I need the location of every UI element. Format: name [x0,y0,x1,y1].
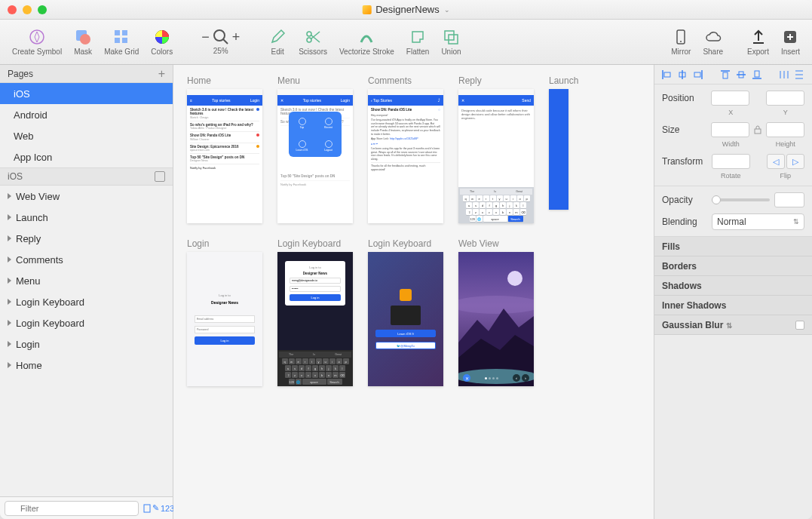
layer-reply[interactable]: Reply [0,228,173,249]
svg-rect-5 [115,38,120,43]
share-button[interactable]: Share [698,25,728,59]
add-page-button[interactable]: + [158,67,165,81]
layer-login-keyboard-1[interactable]: Login Keyboard [0,291,173,312]
layer-comments[interactable]: Comments [0,249,173,270]
layer-home[interactable]: Home [0,355,173,376]
artboard-home[interactable]: ≡Top storiesLogin Sketch 3.6 is out now … [187,89,262,223]
zoom-in-button[interactable]: + [232,29,241,45]
colors-button[interactable]: Colors [146,25,177,59]
svg-rect-26 [144,505,150,512]
disclosure-icon [8,299,11,305]
filter-count[interactable]: ✎ 123 [143,503,174,513]
blur-checkbox[interactable] [795,321,804,330]
artboard-menu[interactable]: ✕Top storiesLogin Sketch 3.6 is out now … [277,89,353,223]
layer-launch[interactable]: Launch [0,207,173,228]
page-ios[interactable]: iOS [0,83,173,104]
artboard-label[interactable]: Menu [277,75,353,86]
shadows-header[interactable]: Shadows [654,276,812,296]
export-button[interactable]: Export [743,25,774,59]
gaussian-blur-header[interactable]: Gaussian Blur ⇅ [654,315,812,335]
align-right-icon[interactable] [693,69,703,80]
artboard-label[interactable]: Login Keyboard [368,238,443,249]
opacity-slider[interactable] [712,198,770,201]
layer-web-view[interactable]: Web View [0,186,173,207]
position-y-input[interactable] [766,91,804,106]
page-android[interactable]: Android [0,104,173,125]
distribute-v-icon[interactable] [794,69,804,80]
mirror-button[interactable]: Mirror [666,25,695,59]
document-name: DesignerNews [375,4,440,15]
blending-select[interactable]: Normal⇅ [712,213,804,230]
opacity-input[interactable] [774,192,804,207]
close-window-button[interactable] [8,5,17,14]
scissors-button[interactable]: Scissors [294,25,332,59]
close-icon: ✕ [463,374,470,382]
align-top-icon[interactable] [720,69,731,80]
artboard-launch[interactable] [549,89,568,210]
inner-shadows-header[interactable]: Inner Shadows [654,296,812,315]
flip-horizontal-button[interactable]: ◁ [767,154,785,169]
artboard-icon[interactable] [155,171,165,182]
artboard-login[interactable]: Log in to Designer News Log in [187,252,262,386]
make-grid-button[interactable]: Make Grid [100,25,143,59]
artboard-login-keyboard-dark[interactable]: Log in to Designer News Log in TheIsGrea… [277,252,353,386]
pages-list: iOS Android Web App Icon [0,83,173,167]
document-icon [362,5,371,14]
artboard-label[interactable]: Comments [368,75,443,86]
disclosure-icon [8,278,11,284]
edit-button[interactable]: Edit [264,25,291,59]
layer-menu[interactable]: Menu [0,270,173,291]
mask-icon [74,28,92,46]
artboard-label[interactable]: Reply [458,75,534,86]
flatten-button[interactable]: Flatten [402,25,434,59]
artboard-reply[interactable]: ✕Send Designers should code because it w… [458,89,534,223]
artboard-comments[interactable]: ‹ Top Stories⤴ Show DN: Panda iOS Lite○ … [368,89,443,223]
filter-input[interactable] [5,501,139,516]
svg-point-18 [680,41,682,42]
svg-rect-3 [115,30,120,35]
mask-button[interactable]: Mask [69,25,97,59]
minimize-window-button[interactable] [23,5,32,14]
align-left-icon[interactable] [661,69,672,80]
zoom-control[interactable]: − + 25% [201,29,240,55]
window-title[interactable]: DesignerNews ⌄ [362,4,450,15]
artboard-label[interactable]: Login Keyboard [277,238,353,249]
rotate-input[interactable] [712,154,751,169]
artboard-label[interactable]: Home [187,75,262,86]
vectorize-button[interactable]: Vectorize Stroke [335,25,399,59]
flatten-icon [409,28,427,46]
canvas[interactable]: Home ≡Top storiesLogin Sketch 3.6 is out… [173,65,654,519]
fills-header[interactable]: Fills [654,237,812,256]
position-x-input[interactable] [711,91,749,106]
page-web[interactable]: Web [0,125,173,146]
scissors-icon [304,28,322,46]
insert-button[interactable]: Insert [777,25,804,59]
width-input[interactable] [711,122,749,137]
align-vcenter-icon[interactable] [736,69,746,80]
borders-header[interactable]: Borders [654,256,812,276]
union-button[interactable]: Union [437,25,465,59]
layer-login[interactable]: Login [0,333,173,355]
svg-point-28 [458,296,534,314]
disclosure-icon [8,320,11,326]
flip-vertical-button[interactable]: ▷ [786,154,804,169]
lock-icon[interactable] [754,125,761,134]
create-symbol-button[interactable]: Create Symbol [8,25,66,59]
svg-rect-16 [449,35,458,44]
artboard-web-view[interactable]: ✕ ‹› [458,252,534,386]
maximize-window-button[interactable] [38,5,47,14]
align-hcenter-icon[interactable] [677,69,688,80]
layer-login-keyboard-2[interactable]: Login Keyboard [0,312,173,333]
export-icon [749,28,768,46]
artboard-login-keyboard-light[interactable]: Learn iOS 9 🐦 @MengTo [368,252,443,386]
artboard-label[interactable]: Web View [458,238,534,249]
page-app-icon[interactable]: App Icon [0,146,173,167]
artboard-label[interactable]: Launch [549,75,568,86]
distribute-h-icon[interactable] [779,69,789,80]
align-bottom-icon[interactable] [752,69,762,80]
height-input[interactable] [766,122,804,137]
titlebar: DesignerNews ⌄ [0,0,812,20]
zoom-out-button[interactable]: − [201,29,210,45]
svg-rect-35 [694,72,700,77]
artboard-label[interactable]: Login [187,238,262,249]
